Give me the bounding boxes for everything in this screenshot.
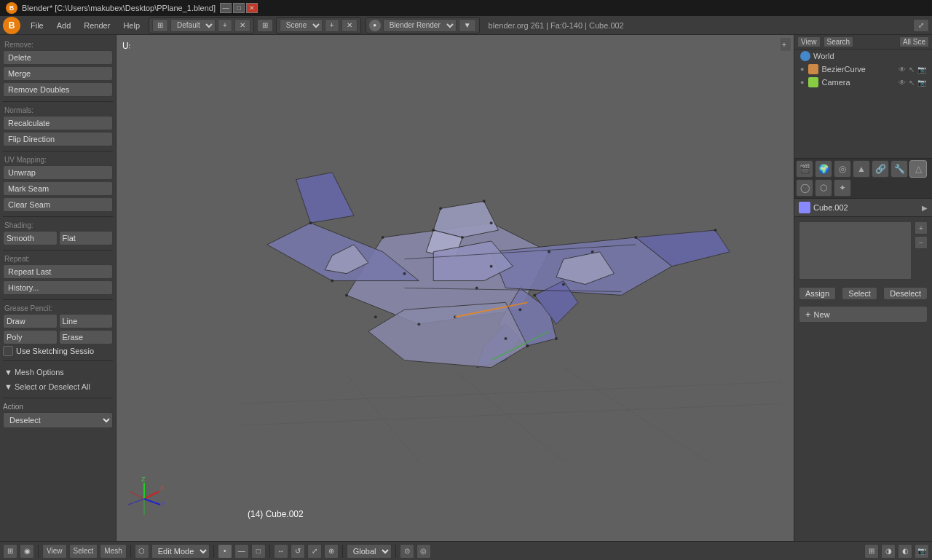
workspace-add[interactable]: + — [218, 19, 232, 32]
mode-select[interactable]: Edit Mode — [151, 544, 210, 559]
scene-select[interactable]: Scene — [280, 19, 323, 32]
viewport-type-btn[interactable]: ⊞ — [3, 544, 17, 559]
prop-tab-texture[interactable]: ⬡ — [815, 179, 832, 197]
smooth-btn[interactable]: Smooth — [3, 231, 58, 245]
menu-file[interactable]: File — [25, 20, 50, 31]
workspace-remove[interactable]: ✕ — [234, 19, 250, 32]
unwrap-btn[interactable]: Unwrap — [3, 165, 113, 180]
history-btn[interactable]: History... — [3, 280, 113, 295]
svg-point-18 — [382, 236, 384, 239]
view-btn[interactable]: View — [797, 36, 821, 47]
pivot-select[interactable]: Global — [347, 544, 392, 559]
search-btn[interactable]: Search — [824, 36, 854, 47]
prop-tab-data[interactable]: △ — [909, 160, 927, 178]
outliner-expand-camera: ● — [800, 79, 804, 86]
poly-btn[interactable]: Poly — [3, 330, 58, 344]
prop-tab-object[interactable]: ▲ — [853, 160, 870, 178]
outliner-item-world[interactable]: World — [794, 50, 932, 63]
mark-seam-btn[interactable]: Mark Seam — [3, 181, 113, 196]
prop-tab-scene[interactable]: 🌍 — [815, 160, 832, 178]
object-header: Cube.002 ▶ — [794, 199, 932, 217]
outliner-item-beziercurve[interactable]: ● BezierCurve 👁 ↖ 📷 — [794, 63, 932, 76]
close-btn[interactable]: ✕ — [246, 3, 258, 13]
remove-doubles-btn[interactable]: Remove Doubles — [3, 82, 113, 97]
edge-select-btn[interactable]: — — [234, 544, 249, 559]
render-mode-btn[interactable]: ◉ — [20, 544, 34, 559]
svg-point-38 — [490, 265, 493, 268]
minimize-btn[interactable]: — — [220, 3, 232, 13]
camera-view-btn[interactable]: 📷 — [915, 544, 929, 559]
prop-tab-constraints[interactable]: 🔗 — [872, 160, 889, 178]
scale-tool-btn[interactable]: ⤢ — [307, 544, 322, 559]
face-select-btn[interactable]: □ — [251, 544, 266, 559]
all-scenes-btn[interactable]: All Sce — [899, 36, 929, 47]
assign-btn[interactable]: Assign — [799, 287, 836, 300]
screen-icon[interactable]: ⊞ — [257, 19, 273, 32]
vertex-select-btn[interactable]: • — [218, 544, 232, 559]
prop-edit-btn[interactable]: ◎ — [416, 544, 431, 559]
mesh-options-header[interactable]: ▼ Mesh Options — [3, 366, 113, 379]
material-remove-btn[interactable]: − — [915, 236, 928, 249]
prop-tab-world[interactable]: ◎ — [834, 160, 851, 178]
repeat-last-btn[interactable]: Repeat Last — [3, 264, 113, 279]
prop-tab-render[interactable]: 🎬 — [796, 160, 813, 178]
snap-btn[interactable]: ⊙ — [400, 544, 414, 559]
prop-tab-modifiers[interactable]: 🔧 — [890, 160, 908, 178]
flat-btn[interactable]: Flat — [59, 231, 114, 245]
scene-remove[interactable]: ✕ — [341, 19, 358, 32]
menu-add[interactable]: Add — [51, 20, 77, 31]
erase-btn[interactable]: Erase — [59, 330, 114, 344]
material-add-btn[interactable]: + — [915, 221, 928, 234]
select-mat-btn[interactable]: Select — [842, 287, 877, 300]
shading-row: Smooth Flat — [3, 231, 113, 245]
deselect-mat-btn[interactable]: Deselect — [883, 287, 928, 300]
svg-point-32 — [555, 337, 558, 340]
new-btn[interactable]: + New — [799, 306, 928, 323]
workspace-selector: ⊞ Default + ✕ — [149, 17, 254, 33]
rotate-tool-btn[interactable]: ↺ — [291, 544, 305, 559]
recalculate-btn[interactable]: Recalculate — [3, 116, 113, 130]
menu-help[interactable]: Help — [117, 20, 146, 31]
maximize-btn[interactable]: □ — [233, 3, 245, 13]
prop-tab-particles[interactable]: ✦ — [834, 179, 851, 197]
viewport[interactable]: User Ortho + — [116, 35, 794, 541]
clear-seam-btn[interactable]: Clear Seam — [3, 197, 113, 212]
renderer-select[interactable]: Blender Render — [383, 19, 457, 32]
menu-render[interactable]: Render — [78, 20, 116, 31]
view-menu-btn[interactable]: View — [42, 544, 67, 559]
sep3 — [213, 545, 214, 558]
use-sketching-checkbox[interactable] — [3, 346, 13, 356]
scene-add[interactable]: + — [325, 19, 339, 32]
prop-tab-material[interactable]: ◯ — [796, 179, 813, 197]
draw-btn[interactable]: Draw — [3, 314, 58, 328]
title-bar: B Blender* [C:\Users\makubex\Desktop\PPl… — [0, 0, 932, 16]
beziercurve-label: BezierCurve — [821, 65, 866, 74]
outliner-item-camera[interactable]: ● Camera 👁 ↖ 📷 — [794, 76, 932, 89]
sep5 — [342, 545, 343, 558]
mesh-icon-btn[interactable]: ⬡ — [135, 544, 149, 559]
workspace-select[interactable]: Default — [170, 19, 216, 32]
line-btn[interactable]: Line — [59, 314, 114, 328]
action-select[interactable]: Deselect — [3, 412, 113, 428]
svg-point-27 — [439, 207, 442, 210]
shading-label: Shading: — [4, 221, 113, 229]
new-plus-icon: + — [805, 309, 811, 320]
select-menu-btn[interactable]: Select — [69, 544, 98, 559]
shading-btn[interactable]: ◑ — [881, 544, 896, 559]
delete-btn[interactable]: Delete — [3, 50, 113, 65]
move-tool-btn[interactable]: ↔ — [274, 544, 288, 559]
svg-line-52 — [130, 492, 144, 499]
main-area: Remove: Delete Merge Remove Doubles Norm… — [0, 35, 932, 541]
overlay-btn[interactable]: ⊞ — [864, 544, 879, 559]
renderer-settings[interactable]: ▼ — [459, 19, 476, 32]
sep2 — [130, 545, 131, 558]
select-deselect-header[interactable]: ▼ Select or Deselect All — [3, 380, 113, 393]
transform-tool-btn[interactable]: ⊕ — [324, 544, 339, 559]
viewport-shading-btn[interactable]: ◐ — [898, 544, 912, 559]
fullscreen-btn[interactable]: ⤢ — [913, 19, 929, 32]
merge-btn[interactable]: Merge — [3, 66, 113, 81]
mesh-menu-btn[interactable]: Mesh — [100, 544, 126, 559]
workspace-icon[interactable]: ⊞ — [152, 19, 168, 32]
flip-direction-btn[interactable]: Flip Direction — [3, 132, 113, 146]
svg-point-30 — [432, 229, 435, 232]
